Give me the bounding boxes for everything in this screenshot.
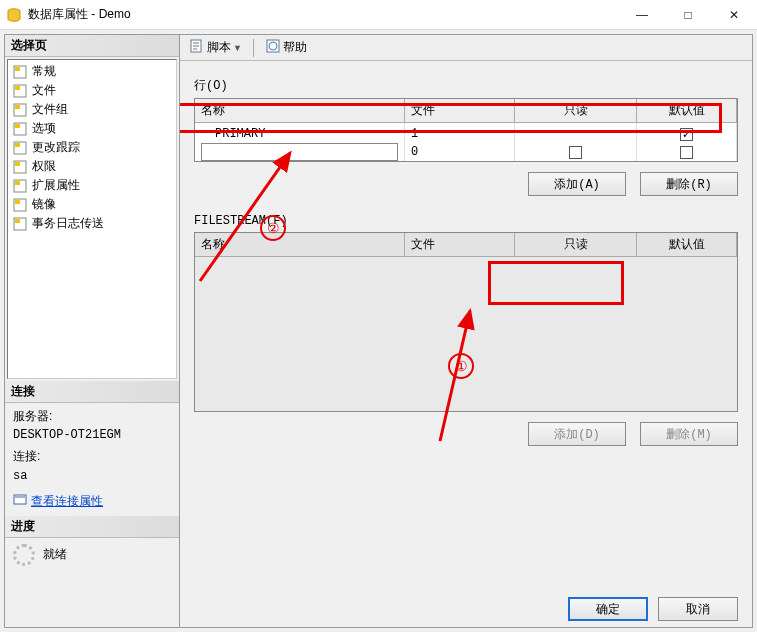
login-value: sa <box>13 467 171 486</box>
page-label: 常规 <box>32 63 56 80</box>
progress-label: 就绪 <box>43 546 67 563</box>
col-readonly: 只读 <box>515 233 637 257</box>
page-label: 文件 <box>32 82 56 99</box>
col-files: 文件 <box>405 233 515 257</box>
page-label: 镜像 <box>32 196 56 213</box>
svg-rect-19 <box>14 495 26 504</box>
add-filestream-button[interactable]: 添加(D) <box>528 422 626 446</box>
section-select-page: 选择页 <box>5 35 179 57</box>
page-item-permissions[interactable]: 权限 <box>10 157 174 176</box>
maximize-button[interactable]: □ <box>665 0 711 29</box>
right-panel: 脚本 ▼ 帮助 行(O) 名称 文件 只读 默认值 PRIMARY <box>180 35 752 627</box>
page-icon <box>12 83 28 99</box>
page-item-changetracking[interactable]: 更改跟踪 <box>10 138 174 157</box>
cancel-button[interactable]: 取消 <box>658 597 738 621</box>
title-bar: 数据库属性 - Demo — □ ✕ <box>0 0 757 30</box>
page-icon <box>12 178 28 194</box>
page-icon <box>12 140 28 156</box>
script-icon <box>189 38 205 57</box>
svg-rect-8 <box>15 124 20 128</box>
page-label: 事务日志传送 <box>32 215 104 232</box>
section-progress: 进度 <box>5 516 179 538</box>
svg-rect-2 <box>15 67 20 71</box>
col-name: 名称 <box>195 233 405 257</box>
page-icon <box>12 102 28 118</box>
svg-rect-14 <box>15 181 20 185</box>
server-label: 服务器: <box>13 407 171 426</box>
svg-rect-16 <box>15 200 20 204</box>
page-item-logshipping[interactable]: 事务日志传送 <box>10 214 174 233</box>
col-files: 文件 <box>405 99 515 123</box>
page-label: 权限 <box>32 158 56 175</box>
toolbar: 脚本 ▼ 帮助 <box>180 35 752 61</box>
script-button[interactable]: 脚本 ▼ <box>186 37 245 58</box>
progress-spinner-icon <box>13 544 35 566</box>
col-name: 名称 <box>195 99 405 123</box>
chevron-down-icon: ▼ <box>233 43 242 53</box>
checkbox-icon[interactable] <box>680 128 693 141</box>
page-icon <box>12 64 28 80</box>
page-icon <box>12 159 28 175</box>
link-icon <box>13 492 27 512</box>
dialog-buttons: 确定 取消 <box>568 597 738 621</box>
login-label: 连接: <box>13 447 171 466</box>
svg-rect-10 <box>15 143 20 147</box>
page-item-general[interactable]: 常规 <box>10 62 174 81</box>
col-readonly: 只读 <box>515 99 637 123</box>
page-label: 选项 <box>32 120 56 137</box>
rows-grid[interactable]: 名称 文件 只读 默认值 PRIMARY 1 0 <box>194 98 738 162</box>
page-item-options[interactable]: 选项 <box>10 119 174 138</box>
add-row-button[interactable]: 添加(A) <box>528 172 626 196</box>
rows-grid-header: 名称 文件 只读 默认值 <box>195 99 737 123</box>
window-title: 数据库属性 - Demo <box>28 6 619 23</box>
page-item-extended[interactable]: 扩展属性 <box>10 176 174 195</box>
checkbox-icon[interactable] <box>680 146 693 159</box>
page-list: 常规 文件 文件组 选项 更改跟踪 权限 扩展属性 镜像 事务日志传送 <box>7 59 177 379</box>
server-value: DESKTOP-OT21EGM <box>13 426 171 445</box>
close-button[interactable]: ✕ <box>711 0 757 29</box>
cell-name[interactable] <box>195 141 405 162</box>
minimize-button[interactable]: — <box>619 0 665 29</box>
cell-default[interactable] <box>637 141 737 162</box>
svg-rect-6 <box>15 105 20 109</box>
help-label: 帮助 <box>283 39 307 56</box>
cell-readonly[interactable] <box>515 141 637 162</box>
svg-rect-4 <box>15 86 20 90</box>
database-icon <box>6 7 22 23</box>
help-icon <box>265 38 281 57</box>
filestream-grid[interactable]: 名称 文件 只读 默认值 <box>194 232 738 412</box>
section-connection: 连接 <box>5 381 179 403</box>
connection-box: 服务器: DESKTOP-OT21EGM 连接: sa 查看连接属性 <box>5 403 179 516</box>
page-label: 更改跟踪 <box>32 139 80 156</box>
view-connection-link[interactable]: 查看连接属性 <box>31 492 103 511</box>
cell-files: 0 <box>405 141 515 162</box>
delete-filestream-button[interactable]: 删除(M) <box>640 422 738 446</box>
progress-box: 就绪 <box>5 538 179 572</box>
delete-row-button[interactable]: 删除(R) <box>640 172 738 196</box>
table-row[interactable]: 0 <box>195 141 737 162</box>
page-label: 文件组 <box>32 101 68 118</box>
col-default: 默认值 <box>637 233 737 257</box>
checkbox-icon[interactable] <box>569 146 582 159</box>
page-item-mirroring[interactable]: 镜像 <box>10 195 174 214</box>
content-area: 行(O) 名称 文件 只读 默认值 PRIMARY 1 0 <box>180 61 752 627</box>
svg-rect-18 <box>15 219 20 223</box>
page-item-filegroups[interactable]: 文件组 <box>10 100 174 119</box>
page-icon <box>12 121 28 137</box>
annotation-number-2: ② <box>260 215 286 241</box>
page-label: 扩展属性 <box>32 177 80 194</box>
page-icon <box>12 197 28 213</box>
help-button[interactable]: 帮助 <box>262 37 310 58</box>
page-item-files[interactable]: 文件 <box>10 81 174 100</box>
left-panel: 选择页 常规 文件 文件组 选项 更改跟踪 权限 扩展属性 镜像 事务日志传送 … <box>5 35 180 627</box>
ok-button[interactable]: 确定 <box>568 597 648 621</box>
col-default: 默认值 <box>637 99 737 123</box>
window-controls: — □ ✕ <box>619 0 757 29</box>
rows-group-label: 行(O) <box>194 77 738 94</box>
page-icon <box>12 216 28 232</box>
script-label: 脚本 <box>207 39 231 56</box>
annotation-number-1: ① <box>448 353 474 379</box>
new-filegroup-name-input[interactable] <box>201 143 398 161</box>
table-row[interactable]: PRIMARY 1 <box>195 123 737 141</box>
toolbar-separator <box>253 39 254 57</box>
